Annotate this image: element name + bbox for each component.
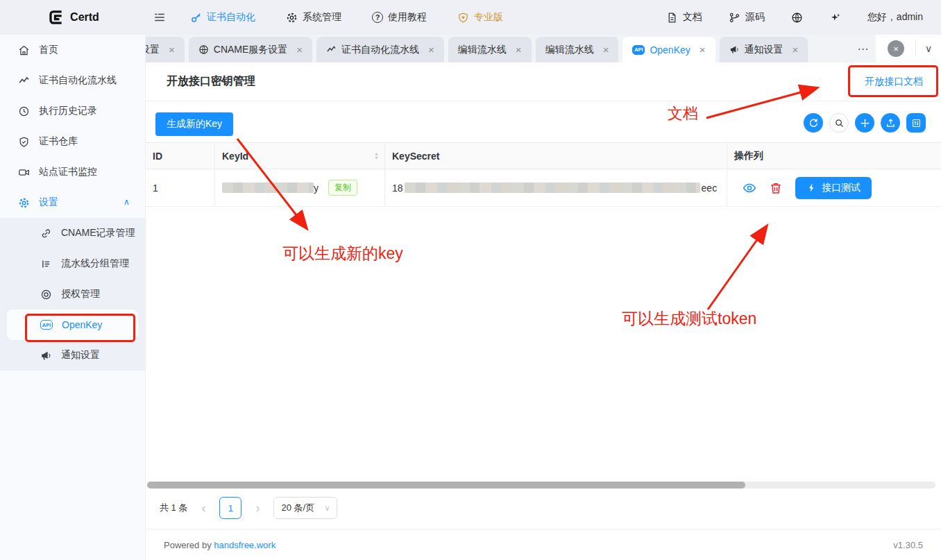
chevron-up-icon: ∨: [124, 198, 130, 207]
nav-cert-automation[interactable]: 证书自动化: [190, 11, 255, 24]
open-api-doc-link[interactable]: 开放接口文档: [865, 76, 923, 88]
nav-system-management[interactable]: 系统管理: [286, 11, 341, 24]
source-code-link[interactable]: 源码: [729, 11, 765, 24]
sidebar-item-label: 执行历史记录: [39, 105, 97, 117]
sidebar-item-site-monitor[interactable]: 站点证书监控: [0, 157, 145, 187]
close-icon[interactable]: ×: [169, 44, 175, 56]
delete-trash-icon[interactable]: [769, 181, 783, 195]
sidebar-item-cname-records[interactable]: CNAME记录管理: [0, 218, 145, 248]
sidebar-item-label: 流水线分组管理: [61, 257, 129, 270]
refresh-button[interactable]: [804, 113, 823, 133]
redacted-keysecret: [405, 183, 700, 193]
nav-label: 专业版: [474, 11, 503, 24]
search-button[interactable]: [829, 113, 849, 133]
close-icon[interactable]: ×: [296, 44, 303, 56]
language-switch[interactable]: [791, 12, 803, 24]
sort-icon[interactable]: ▲ ▼: [374, 152, 379, 160]
nav-pro-edition[interactable]: 专业版: [457, 11, 503, 24]
nav-label: 证书自动化: [207, 11, 255, 24]
column-header-label: KeyId: [222, 151, 248, 162]
column-header-keyid[interactable]: KeyId ▲ ▼: [215, 143, 385, 169]
lightning-down-icon: [806, 183, 817, 193]
tab-cert-pipeline[interactable]: 证书自动化流水线 ×: [316, 37, 444, 62]
nav-label: 系统管理: [303, 11, 341, 24]
prev-page-button[interactable]: ‹: [198, 501, 208, 516]
pagination-total: 共 1 条: [160, 502, 187, 514]
generate-key-button[interactable]: 生成新的Key: [155, 112, 233, 136]
api-icon: API: [40, 320, 53, 330]
horizontal-scrollbar[interactable]: [147, 482, 935, 489]
tab-edit-pipeline-2[interactable]: 编辑流水线 ×: [536, 37, 619, 62]
sidebar-item-label: OpenKey: [62, 319, 102, 330]
search-icon: [834, 118, 845, 128]
globe-icon: [198, 44, 209, 55]
tab-label: 编辑流水线: [545, 44, 594, 56]
sidebar-item-auth-management[interactable]: 授权管理: [0, 279, 145, 309]
sidebar-item-label: 证书仓库: [39, 135, 78, 148]
tabs-more-button[interactable]: ⋯: [852, 35, 874, 62]
sidebar-item-history[interactable]: 执行历史记录: [0, 96, 145, 126]
table-toolbar: [804, 113, 926, 133]
collapse-menu-icon: [153, 11, 166, 24]
scrollbar-thumb[interactable]: [147, 482, 745, 489]
sidebar-item-openkey[interactable]: API OpenKey: [7, 309, 138, 340]
tab-edit-pipeline-1[interactable]: 编辑流水线 ×: [448, 37, 532, 62]
sidebar-item-cert-pipeline[interactable]: 证书自动化流水线: [0, 65, 145, 96]
table-header-row: ID KeyId ▲ ▼ KeySecret 操作列: [146, 143, 941, 169]
tab-list-dropdown[interactable]: ∨: [916, 43, 941, 54]
header-right: 文档 源码 您好，admin: [666, 11, 941, 24]
docs-label: 文档: [683, 11, 702, 24]
close-icon[interactable]: ×: [516, 44, 522, 56]
handsfree-link[interactable]: handsfree.work: [214, 540, 275, 550]
view-eye-icon[interactable]: [743, 181, 756, 195]
sidebar-item-pipeline-groups[interactable]: 流水线分组管理: [0, 248, 145, 279]
close-icon[interactable]: ×: [700, 44, 706, 56]
sidebar: 首页 证书自动化流水线 执行历史记录 证书仓库 站点证书监控 设置 ∨ CNAM…: [0, 35, 146, 560]
redacted-keyid: [222, 183, 314, 193]
home-icon: [18, 44, 30, 56]
close-icon[interactable]: ×: [603, 44, 609, 56]
nav-tutorial[interactable]: ? 使用教程: [372, 11, 427, 24]
close-icon[interactable]: ×: [428, 44, 434, 56]
sidebar-item-cert-repo[interactable]: 证书仓库: [0, 126, 145, 157]
next-page-button[interactable]: ›: [253, 501, 262, 516]
export-icon: [885, 118, 896, 128]
top-navigation: 证书自动化 系统管理 ? 使用教程 专业版: [190, 11, 503, 24]
api-test-button[interactable]: 接口测试: [795, 177, 872, 199]
nav-label: 使用教程: [388, 11, 427, 24]
settings-submenu: CNAME记录管理 流水线分组管理 授权管理 API OpenKey 通知设置: [0, 218, 145, 371]
close-all-tabs-button[interactable]: ×: [888, 40, 904, 57]
group-list-icon: [40, 258, 52, 270]
megaphone-icon: [40, 350, 52, 362]
target-icon: [40, 289, 52, 300]
export-button[interactable]: [881, 113, 900, 133]
page-size-select[interactable]: 20 条/页 ∨: [273, 497, 337, 519]
theme-sparkle-button[interactable]: [829, 12, 841, 24]
sidebar-item-label: 首页: [39, 44, 58, 56]
user-greeting[interactable]: 您好，admin: [867, 11, 923, 24]
sidebar-item-notification-settings[interactable]: 通知设置: [0, 340, 145, 371]
sidebar-item-home[interactable]: 首页: [0, 35, 145, 65]
column-settings-button[interactable]: [906, 113, 926, 133]
keysecret-suffix: eec: [702, 183, 718, 194]
docs-link[interactable]: 文档: [666, 11, 702, 24]
copy-button[interactable]: 复制: [328, 180, 357, 196]
page-number-button[interactable]: 1: [219, 497, 241, 519]
tab-openkey[interactable]: API OpenKey ×: [622, 37, 715, 62]
compact-mode-button[interactable]: [855, 113, 874, 133]
tab-cname-service[interactable]: CNAME服务设置 ×: [189, 37, 312, 62]
cell-id: 1: [146, 169, 215, 206]
tab-partial-settings[interactable]: 流设置 ×: [146, 37, 185, 62]
cell-keyid: y 复制: [215, 169, 385, 206]
row-operations: 接口测试: [734, 177, 872, 199]
sidebar-item-settings[interactable]: 设置 ∨: [0, 187, 145, 218]
pro-badge-icon: [457, 12, 469, 24]
tab-notification-settings[interactable]: 通知设置 ×: [720, 37, 808, 62]
sidebar-item-label: 设置: [39, 196, 58, 209]
sidebar-collapse-button[interactable]: [146, 11, 173, 24]
git-branch-icon: [729, 12, 740, 24]
close-icon[interactable]: ×: [792, 44, 799, 56]
pipeline-icon: [326, 44, 337, 55]
caret-down-icon: ▼: [374, 156, 379, 160]
cell-operations: 接口测试: [727, 169, 941, 206]
